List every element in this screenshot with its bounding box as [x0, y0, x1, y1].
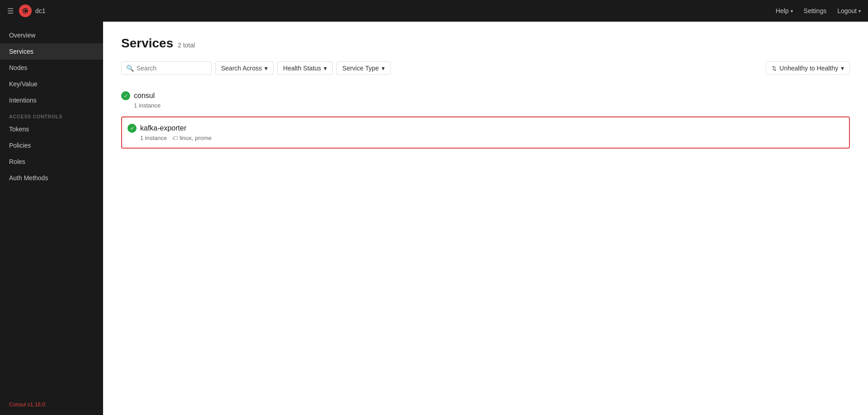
hamburger-icon[interactable]: ☰ [7, 7, 14, 15]
service-name: kafka-exporter [140, 124, 186, 132]
sidebar-item-overview[interactable]: Overview [0, 27, 103, 43]
sort-icon: ⇅ [772, 65, 777, 72]
logout-link[interactable]: Logout ▾ [837, 7, 861, 14]
access-controls-section-label: ACCESS CONTROLS [0, 108, 103, 121]
logout-chevron-icon: ▾ [859, 9, 861, 14]
search-input[interactable] [137, 65, 207, 72]
filter-bar: 🔍 Search Across ▾ Health Status ▾ Servic… [121, 61, 850, 75]
sidebar: Overview Services Nodes Key/Value Intent… [0, 22, 103, 415]
service-name-row: ✓kafka-exporter [127, 124, 844, 133]
service-meta: 1 instance [121, 102, 850, 109]
datacenter-label: dc1 [35, 7, 46, 14]
instance-count: 1 instance [134, 102, 160, 109]
sidebar-item-key-value[interactable]: Key/Value [0, 76, 103, 92]
service-name: consul [134, 92, 155, 100]
instance-count: 1 instance [140, 135, 167, 141]
settings-link[interactable]: Settings [804, 7, 827, 14]
consul-logo: C [19, 5, 32, 17]
sort-button[interactable]: ⇅ Unhealthy to Healthy ▾ [766, 61, 850, 75]
main-layout: Overview Services Nodes Key/Value Intent… [0, 22, 868, 415]
service-meta: 1 instance🏷linux, prome [127, 135, 844, 141]
help-link[interactable]: Help ▾ [776, 7, 793, 14]
service-list: ✓consul1 instance✓kafka-exporter1 instan… [121, 84, 850, 149]
app-logo: C dc1 [19, 5, 46, 17]
page-count: 2 total [178, 42, 195, 49]
help-chevron-icon: ▾ [791, 9, 793, 14]
health-check-icon: ✓ [127, 124, 137, 133]
service-name-row: ✓consul [121, 91, 850, 100]
navbar-left: ☰ C dc1 [7, 5, 776, 17]
page-title: Services [121, 36, 173, 51]
service-item-kafka-exporter[interactable]: ✓kafka-exporter1 instance🏷linux, prome [121, 117, 850, 149]
search-icon: 🔍 [126, 65, 134, 72]
sidebar-item-roles[interactable]: Roles [0, 154, 103, 170]
service-type-chevron-icon: ▾ [382, 65, 385, 72]
search-across-chevron-icon: ▾ [264, 65, 268, 72]
sidebar-item-tokens[interactable]: Tokens [0, 121, 103, 137]
health-status-chevron-icon: ▾ [324, 65, 327, 72]
navbar: ☰ C dc1 Help ▾ Settings Logout ▾ [0, 0, 868, 22]
consul-version[interactable]: Consul v1.16.0 [0, 394, 103, 415]
service-type-button[interactable]: Service Type ▾ [336, 61, 391, 75]
navbar-right: Help ▾ Settings Logout ▾ [776, 7, 861, 14]
tag-icon: 🏷 [172, 135, 178, 141]
service-item-consul[interactable]: ✓consul1 instance [121, 84, 850, 117]
health-check-icon: ✓ [121, 91, 130, 100]
sort-chevron-icon: ▾ [841, 65, 844, 72]
content-area: Services 2 total 🔍 Search Across ▾ Healt… [103, 22, 868, 415]
service-tags: 🏷linux, prome [172, 135, 212, 141]
search-box[interactable]: 🔍 [121, 61, 212, 75]
tag-list: linux, prome [179, 135, 212, 141]
sidebar-item-auth-methods[interactable]: Auth Methods [0, 170, 103, 186]
page-header: Services 2 total [121, 36, 850, 51]
sidebar-item-services[interactable]: Services [0, 43, 103, 60]
sidebar-item-intentions[interactable]: Intentions [0, 92, 103, 108]
health-status-button[interactable]: Health Status ▾ [277, 61, 333, 75]
sidebar-item-policies[interactable]: Policies [0, 137, 103, 154]
search-across-button[interactable]: Search Across ▾ [215, 61, 274, 75]
sidebar-item-nodes[interactable]: Nodes [0, 60, 103, 76]
